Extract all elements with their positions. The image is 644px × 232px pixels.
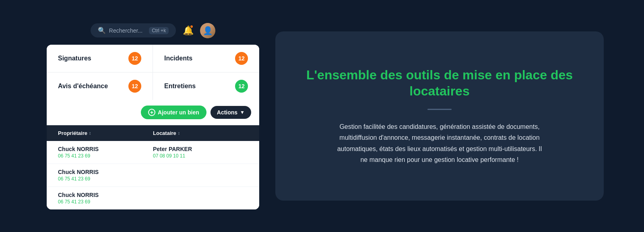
actions-label: Actions [217, 109, 237, 116]
stat-label-incidents: Incidents [164, 55, 192, 62]
actions-row: + Ajouter un bien Actions ▼ [47, 100, 259, 125]
table-body: Chuck NORRIS 06 75 41 23 69 Peter PARKER… [47, 141, 259, 209]
owner-name-2: Chuck NORRIS [58, 192, 153, 198]
stat-label-signatures: Signatures [58, 55, 91, 62]
tenant-cell-0: Peter PARKER 07 08 09 10 11 [153, 146, 248, 159]
owner-name-1: Chuck NORRIS [58, 169, 153, 175]
right-description: Gestion facilitée des candidatures, géné… [335, 121, 544, 165]
search-icon: 🔍 [98, 27, 106, 34]
right-title: L'ensemble des outils de mise en place d… [296, 67, 583, 99]
owner-phone-1: 06 75 41 23 69 [58, 176, 153, 182]
owner-name-0: Chuck NORRIS [58, 146, 153, 152]
badge-signatures: 12 [128, 52, 141, 65]
col-locataire[interactable]: Locataire ↕ [153, 130, 248, 136]
owner-cell-0: Chuck NORRIS 06 75 41 23 69 [58, 146, 153, 159]
add-bien-button[interactable]: + Ajouter un bien [141, 106, 206, 119]
divider [427, 109, 452, 110]
stat-incidents[interactable]: Incidents 12 [153, 45, 259, 72]
badge-incidents: 12 [235, 52, 248, 65]
owner-phone-0: 06 75 41 23 69 [58, 153, 153, 159]
table-row[interactable]: Chuck NORRIS 06 75 41 23 69 Peter PARKER… [47, 141, 259, 164]
tenant-name-0: Peter PARKER [153, 146, 248, 152]
stat-avis[interactable]: Avis d'échéance 12 [47, 72, 153, 100]
tenant-cell-2 [153, 192, 248, 205]
badge-avis: 12 [128, 80, 141, 93]
col-proprietaire-label: Propriétaire [58, 130, 87, 136]
search-shortcut: Ctrl +k [149, 27, 169, 34]
main-content: Signatures 12 Incidents 12 Avis d'échéan… [47, 45, 259, 209]
notification-dot [190, 25, 194, 29]
notification-bell[interactable]: 🔔 [181, 23, 195, 38]
table-row[interactable]: Chuck NORRIS 06 75 41 23 69 [47, 164, 259, 187]
chevron-down-icon: ▼ [240, 110, 245, 115]
owner-cell-2: Chuck NORRIS 06 75 41 23 69 [58, 192, 153, 205]
page-container: 🔍 Rechercher... Ctrl +k 🔔 👤 Signatures 1… [40, 17, 604, 216]
stats-grid: Signatures 12 Incidents 12 Avis d'échéan… [47, 45, 259, 100]
tenant-cell-1 [153, 169, 248, 182]
search-placeholder: Rechercher... [109, 27, 142, 34]
avatar-image: 👤 [200, 23, 215, 38]
col-locataire-label: Locataire [153, 130, 176, 136]
stat-signatures[interactable]: Signatures 12 [47, 45, 153, 72]
plus-icon: + [148, 109, 155, 116]
owner-phone-2: 06 75 41 23 69 [58, 199, 153, 205]
tenant-phone-0: 07 08 09 10 11 [153, 153, 248, 159]
add-bien-label: Ajouter un bien [158, 109, 199, 116]
topbar: 🔍 Rechercher... Ctrl +k 🔔 👤 [47, 23, 259, 38]
sort-icon-locataire: ↕ [178, 130, 180, 135]
stat-label-entretiens: Entretiens [164, 83, 196, 90]
right-panel: L'ensemble des outils de mise en place d… [275, 31, 604, 201]
avatar[interactable]: 👤 [200, 23, 215, 38]
col-proprietaire[interactable]: Propriétaire ↕ [58, 130, 153, 136]
app-window: 🔍 Rechercher... Ctrl +k 🔔 👤 Signatures 1… [40, 17, 266, 216]
table-row[interactable]: Chuck NORRIS 06 75 41 23 69 [47, 187, 259, 209]
stat-entretiens[interactable]: Entretiens 12 [153, 72, 259, 100]
search-bar[interactable]: 🔍 Rechercher... Ctrl +k [91, 23, 176, 37]
badge-entretiens: 12 [235, 80, 248, 93]
stat-label-avis: Avis d'échéance [58, 83, 108, 90]
actions-button[interactable]: Actions ▼ [211, 106, 251, 119]
owner-cell-1: Chuck NORRIS 06 75 41 23 69 [58, 169, 153, 182]
table-header: Propriétaire ↕ Locataire ↕ [47, 125, 259, 141]
sort-icon-proprietaire: ↕ [89, 130, 91, 135]
